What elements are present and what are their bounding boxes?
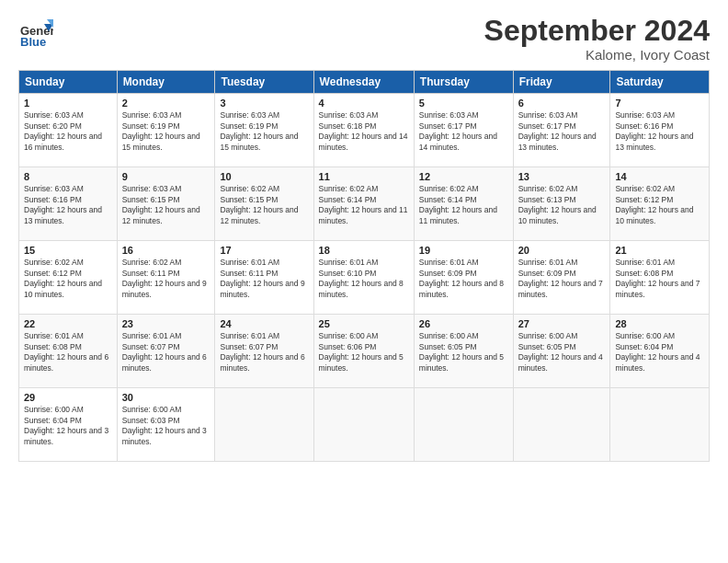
- day-info: Sunrise: 6:02 AMSunset: 6:15 PMDaylight:…: [220, 184, 308, 226]
- day-number: 22: [24, 318, 112, 329]
- day-info: Sunrise: 6:01 AMSunset: 6:09 PMDaylight:…: [419, 258, 508, 300]
- logo: General Blue: [18, 15, 57, 50]
- day-info: Sunrise: 6:00 AMSunset: 6:06 PMDaylight:…: [319, 331, 409, 373]
- calendar-table: Sunday Monday Tuesday Wednesday Thursday…: [18, 70, 710, 462]
- header: General Blue September 2024 Kalome, Ivor…: [18, 15, 710, 63]
- day-info: Sunrise: 6:03 AMSunset: 6:17 PMDaylight:…: [419, 110, 508, 153]
- day-number: 15: [24, 245, 112, 256]
- table-row: 22Sunrise: 6:01 AMSunset: 6:08 PMDayligh…: [19, 315, 710, 388]
- calendar-cell: 20Sunrise: 6:01 AMSunset: 6:09 PMDayligh…: [513, 241, 610, 315]
- day-number: 26: [419, 318, 508, 329]
- day-info: Sunrise: 6:00 AMSunset: 6:04 PMDaylight:…: [615, 331, 704, 373]
- day-info: Sunrise: 6:01 AMSunset: 6:08 PMDaylight:…: [615, 258, 704, 300]
- day-number: 27: [518, 318, 606, 329]
- calendar-cell: 18Sunrise: 6:01 AMSunset: 6:10 PMDayligh…: [313, 241, 414, 315]
- day-number: 6: [518, 98, 606, 109]
- calendar-cell: 30Sunrise: 6:00 AMSunset: 6:03 PMDayligh…: [117, 388, 215, 462]
- day-info: Sunrise: 6:00 AMSunset: 6:03 PMDaylight:…: [122, 405, 210, 447]
- calendar-cell: 16Sunrise: 6:02 AMSunset: 6:11 PMDayligh…: [117, 241, 215, 315]
- calendar-cell: 23Sunrise: 6:01 AMSunset: 6:07 PMDayligh…: [117, 315, 215, 388]
- day-number: 18: [319, 245, 409, 256]
- location: Kalome, Ivory Coast: [484, 47, 710, 63]
- day-number: 21: [615, 245, 704, 256]
- day-number: 8: [24, 171, 112, 182]
- day-number: 30: [122, 392, 210, 403]
- calendar-cell: 17Sunrise: 6:01 AMSunset: 6:11 PMDayligh…: [215, 241, 313, 315]
- col-saturday: Saturday: [610, 71, 710, 94]
- header-row: Sunday Monday Tuesday Wednesday Thursday…: [19, 71, 710, 94]
- calendar-cell: 22Sunrise: 6:01 AMSunset: 6:08 PMDayligh…: [19, 315, 118, 388]
- calendar-cell: 11Sunrise: 6:02 AMSunset: 6:14 PMDayligh…: [313, 167, 414, 241]
- day-number: 7: [615, 98, 704, 109]
- day-info: Sunrise: 6:01 AMSunset: 6:11 PMDaylight:…: [220, 258, 308, 300]
- col-friday: Friday: [513, 71, 610, 94]
- day-info: Sunrise: 6:01 AMSunset: 6:07 PMDaylight:…: [220, 331, 308, 373]
- col-wednesday: Wednesday: [313, 71, 414, 94]
- calendar-cell: 26Sunrise: 6:00 AMSunset: 6:05 PMDayligh…: [414, 315, 513, 388]
- calendar-cell: [313, 388, 414, 462]
- day-number: 3: [220, 98, 308, 109]
- calendar-cell: 14Sunrise: 6:02 AMSunset: 6:12 PMDayligh…: [610, 167, 710, 241]
- day-info: Sunrise: 6:03 AMSunset: 6:18 PMDaylight:…: [319, 110, 409, 153]
- calendar-cell: 8Sunrise: 6:03 AMSunset: 6:16 PMDaylight…: [19, 167, 118, 241]
- col-monday: Monday: [117, 71, 215, 94]
- day-number: 16: [122, 245, 210, 256]
- day-info: Sunrise: 6:00 AMSunset: 6:05 PMDaylight:…: [419, 331, 508, 373]
- day-number: 14: [615, 171, 704, 182]
- table-row: 1Sunrise: 6:03 AMSunset: 6:20 PMDaylight…: [19, 94, 710, 167]
- day-info: Sunrise: 6:03 AMSunset: 6:16 PMDaylight:…: [615, 110, 704, 153]
- calendar-cell: 7Sunrise: 6:03 AMSunset: 6:16 PMDaylight…: [610, 94, 710, 167]
- day-number: 1: [24, 98, 112, 109]
- calendar-cell: 25Sunrise: 6:00 AMSunset: 6:06 PMDayligh…: [313, 315, 414, 388]
- calendar-cell: 9Sunrise: 6:03 AMSunset: 6:15 PMDaylight…: [117, 167, 215, 241]
- calendar-cell: 13Sunrise: 6:02 AMSunset: 6:13 PMDayligh…: [513, 167, 610, 241]
- calendar-cell: [513, 388, 610, 462]
- day-info: Sunrise: 6:01 AMSunset: 6:09 PMDaylight:…: [518, 258, 606, 300]
- calendar-cell: [215, 388, 313, 462]
- day-info: Sunrise: 6:02 AMSunset: 6:14 PMDaylight:…: [319, 184, 409, 226]
- day-info: Sunrise: 6:03 AMSunset: 6:15 PMDaylight:…: [122, 184, 210, 226]
- table-row: 29Sunrise: 6:00 AMSunset: 6:04 PMDayligh…: [19, 388, 710, 462]
- calendar-cell: 4Sunrise: 6:03 AMSunset: 6:18 PMDaylight…: [313, 94, 414, 167]
- col-tuesday: Tuesday: [215, 71, 313, 94]
- day-info: Sunrise: 6:03 AMSunset: 6:17 PMDaylight:…: [518, 110, 606, 153]
- col-sunday: Sunday: [19, 71, 118, 94]
- day-info: Sunrise: 6:03 AMSunset: 6:16 PMDaylight:…: [24, 184, 112, 226]
- calendar-cell: 10Sunrise: 6:02 AMSunset: 6:15 PMDayligh…: [215, 167, 313, 241]
- day-number: 24: [220, 318, 308, 329]
- calendar-page: General Blue September 2024 Kalome, Ivor…: [0, 0, 728, 563]
- col-thursday: Thursday: [414, 71, 513, 94]
- calendar-cell: 21Sunrise: 6:01 AMSunset: 6:08 PMDayligh…: [610, 241, 710, 315]
- calendar-cell: [414, 388, 513, 462]
- day-info: Sunrise: 6:03 AMSunset: 6:19 PMDaylight:…: [122, 110, 210, 153]
- day-number: 12: [419, 171, 508, 182]
- day-info: Sunrise: 6:02 AMSunset: 6:12 PMDaylight:…: [615, 184, 704, 226]
- day-number: 2: [122, 98, 210, 109]
- day-info: Sunrise: 6:01 AMSunset: 6:07 PMDaylight:…: [122, 331, 210, 373]
- day-number: 11: [319, 171, 409, 182]
- calendar-cell: 15Sunrise: 6:02 AMSunset: 6:12 PMDayligh…: [19, 241, 118, 315]
- day-number: 23: [122, 318, 210, 329]
- day-number: 10: [220, 171, 308, 182]
- day-number: 19: [419, 245, 508, 256]
- month-title: September 2024: [484, 15, 710, 47]
- calendar-cell: 3Sunrise: 6:03 AMSunset: 6:19 PMDaylight…: [215, 94, 313, 167]
- calendar-cell: 1Sunrise: 6:03 AMSunset: 6:20 PMDaylight…: [19, 94, 118, 167]
- day-info: Sunrise: 6:03 AMSunset: 6:20 PMDaylight:…: [24, 110, 112, 153]
- day-number: 29: [24, 392, 112, 403]
- calendar-cell: 24Sunrise: 6:01 AMSunset: 6:07 PMDayligh…: [215, 315, 313, 388]
- day-info: Sunrise: 6:03 AMSunset: 6:19 PMDaylight:…: [220, 110, 308, 153]
- calendar-cell: 29Sunrise: 6:00 AMSunset: 6:04 PMDayligh…: [19, 388, 118, 462]
- day-info: Sunrise: 6:02 AMSunset: 6:13 PMDaylight:…: [518, 184, 606, 226]
- day-number: 28: [615, 318, 704, 329]
- calendar-cell: 12Sunrise: 6:02 AMSunset: 6:14 PMDayligh…: [414, 167, 513, 241]
- day-info: Sunrise: 6:01 AMSunset: 6:08 PMDaylight:…: [24, 331, 112, 373]
- calendar-cell: 5Sunrise: 6:03 AMSunset: 6:17 PMDaylight…: [414, 94, 513, 167]
- day-number: 17: [220, 245, 308, 256]
- day-number: 13: [518, 171, 606, 182]
- day-info: Sunrise: 6:02 AMSunset: 6:14 PMDaylight:…: [419, 184, 508, 226]
- day-info: Sunrise: 6:02 AMSunset: 6:12 PMDaylight:…: [24, 258, 112, 300]
- logo-icon: General Blue: [18, 15, 53, 50]
- day-number: 20: [518, 245, 606, 256]
- day-info: Sunrise: 6:00 AMSunset: 6:04 PMDaylight:…: [24, 405, 112, 447]
